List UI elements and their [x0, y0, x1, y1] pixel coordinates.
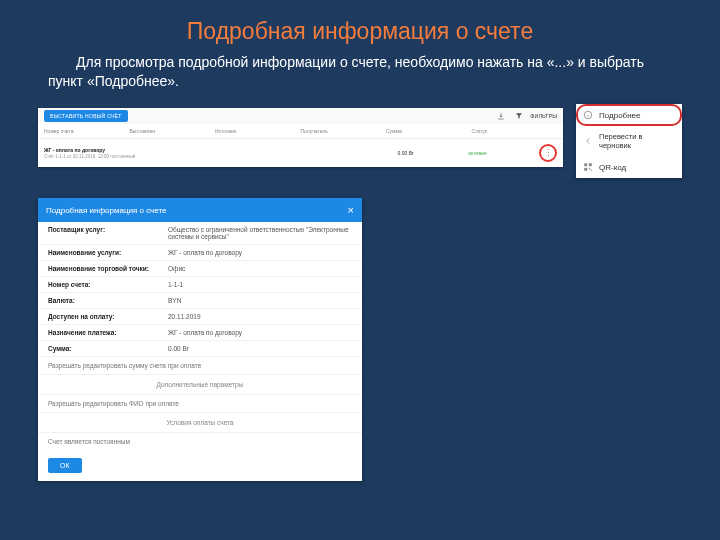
table-header: Номер счетаВыставленИсточникПолучательСу…: [38, 124, 563, 139]
svg-rect-2: [589, 163, 592, 166]
new-invoice-button[interactable]: ВЫСТАВИТЬ НОВЫЙ СЧЁТ: [44, 110, 128, 122]
qr-icon: [583, 162, 593, 172]
modal-header: Подробная информация о счете ×: [38, 198, 362, 222]
menu-item-more[interactable]: Подробнее: [576, 104, 682, 126]
invoice-name: ЖГ - оплата по договору: [44, 147, 185, 153]
permanent-note: Счет является постоянным: [38, 433, 362, 450]
extra-params-heading: Дополнительные параметры: [38, 375, 362, 395]
filter-icon[interactable]: [515, 112, 523, 120]
invoice-sum: 0.00 Br: [398, 150, 469, 156]
svg-rect-1: [584, 163, 587, 166]
table-row[interactable]: ЖГ - оплата по договору Счёт 1-1-1 от 20…: [38, 139, 563, 167]
arrow-left-icon: [583, 136, 593, 146]
edit-fio-note: Разрешать редактировать ФИО при оплате: [38, 395, 362, 413]
svg-rect-3: [584, 168, 587, 171]
info-icon: [583, 110, 593, 120]
slide-title: Подробная информация о счете: [0, 18, 720, 45]
invoice-list-screenshot: ВЫСТАВИТЬ НОВЫЙ СЧЁТ ФИЛЬТРЫ Номер счета…: [38, 108, 563, 167]
slide-description: Для просмотра подробной информации о сче…: [48, 53, 672, 91]
invoice-sub: Счёт 1-1-1 от 20.11.2019, 12:00 постоянн…: [44, 154, 185, 159]
download-icon[interactable]: [497, 112, 505, 120]
menu-item-qr[interactable]: QR-код: [576, 156, 682, 178]
terms-heading: Условия оплаты счета: [38, 413, 362, 433]
filter-label[interactable]: ФИЛЬТРЫ: [530, 113, 557, 119]
more-actions-button[interactable]: ⋮: [539, 144, 557, 162]
invoice-status: активен: [468, 150, 539, 156]
svg-rect-5: [591, 170, 592, 171]
menu-item-draft[interactable]: Перевести в черновик: [576, 126, 682, 156]
ok-button[interactable]: ОК: [48, 458, 82, 473]
svg-rect-4: [589, 168, 590, 169]
edit-sum-note: Разрешать редактировать сумму счета при …: [38, 357, 362, 375]
close-icon[interactable]: ×: [348, 204, 354, 216]
detail-modal-screenshot: Подробная информация о счете × Поставщик…: [38, 198, 362, 481]
context-menu-screenshot: Подробнее Перевести в черновик QR-код: [576, 104, 682, 178]
